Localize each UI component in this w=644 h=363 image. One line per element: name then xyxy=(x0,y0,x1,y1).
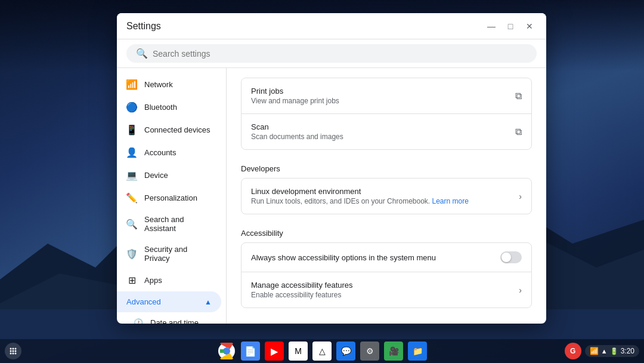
print-jobs-desc: View and manage print jobs xyxy=(251,97,339,105)
sidebar-item-label: Personalization xyxy=(144,193,212,202)
sidebar-item-bluetooth[interactable]: 🔵 Bluetooth xyxy=(117,96,221,118)
chevron-up-icon: ▲ xyxy=(205,298,212,306)
sidebar-item-network[interactable]: 📶 Network xyxy=(117,73,221,96)
taskbar-gmail-icon[interactable]: M xyxy=(289,342,308,361)
taskbar: 📄 ▶ M △ 💬 ⚙ 🎥 📁 G xyxy=(0,339,644,363)
sidebar-item-personalization[interactable]: ✏️ Personalization xyxy=(117,186,221,209)
always-show-accessibility-item[interactable]: Always show accessibility options in the… xyxy=(242,243,531,272)
linux-dev-desc: Run Linux tools, editors, and IDEs on yo… xyxy=(251,197,469,205)
taskbar-chrome-icon[interactable] xyxy=(217,342,236,361)
accessibility-toggle[interactable] xyxy=(500,251,522,263)
external-link-icon: ⧉ xyxy=(515,91,522,101)
reset-section-title: Reset settings xyxy=(241,322,532,324)
sidebar-item-label: Search and Assistant xyxy=(144,215,212,233)
launcher-button[interactable] xyxy=(5,343,21,359)
sidebar-advanced-header[interactable]: Advanced ▲ xyxy=(117,291,221,312)
close-button[interactable]: ✕ xyxy=(522,19,537,33)
linux-dev-item[interactable]: Linux development environment Run Linux … xyxy=(242,179,531,214)
svg-point-19 xyxy=(224,349,229,353)
wifi-icon: 📶 xyxy=(126,79,137,90)
launcher-icon xyxy=(9,347,17,355)
svg-point-14 xyxy=(10,353,12,355)
svg-point-16 xyxy=(15,353,17,355)
sidebar-item-apps[interactable]: ⊞ Apps xyxy=(117,269,221,291)
laptop-icon: 💻 xyxy=(126,170,137,180)
devices-icon: 📱 xyxy=(126,124,137,135)
chevron-right-icon-2: › xyxy=(519,285,522,295)
battery-icon: 🔋 xyxy=(610,347,618,355)
settings-window: Settings — □ ✕ 🔍 📶 Network 🔵 Bluetooth xyxy=(117,13,546,324)
main-content: Print jobs View and manage print jobs ⧉ … xyxy=(227,68,546,324)
sidebar-item-label: Bluetooth xyxy=(144,103,212,112)
taskbar-messages-icon[interactable]: 💬 xyxy=(336,342,355,361)
taskbar-settings-icon[interactable]: ⚙ xyxy=(360,342,379,361)
svg-point-12 xyxy=(13,350,14,352)
search-icon: 🔍 xyxy=(136,48,148,59)
system-tray[interactable]: 📶 ▲ 🔋 3:20 xyxy=(585,345,639,357)
external-link-icon-2: ⧉ xyxy=(515,127,522,137)
sidebar-item-connected-devices[interactable]: 📱 Connected devices xyxy=(117,118,221,141)
grid-icon: ⊞ xyxy=(126,275,137,285)
advanced-label: Advanced xyxy=(126,297,161,306)
sidebar: 📶 Network 🔵 Bluetooth 📱 Connected device… xyxy=(117,68,227,324)
svg-point-11 xyxy=(10,350,12,352)
manage-accessibility-desc: Enable accessibility features xyxy=(251,291,353,299)
wifi-icon-tray: ▲ xyxy=(601,347,608,355)
reset-section: Reset settings Powerwash Remove all user… xyxy=(241,322,532,324)
svg-point-8 xyxy=(10,348,12,350)
svg-point-9 xyxy=(13,348,14,350)
taskbar-meet-icon[interactable]: 🎥 xyxy=(384,342,403,361)
developers-section: Developers Linux development environment… xyxy=(241,164,532,214)
search-bar: 🔍 xyxy=(126,44,537,63)
sidebar-item-date-time[interactable]: 🕐 Date and time xyxy=(117,312,221,324)
developers-section-title: Developers xyxy=(241,164,532,173)
svg-point-10 xyxy=(15,348,17,350)
accessibility-card: Always show accessibility options in the… xyxy=(241,242,532,308)
title-bar: Settings — □ ✕ xyxy=(117,13,546,39)
taskbar-docs-icon[interactable]: 📄 xyxy=(241,342,260,361)
taskbar-youtube-icon[interactable]: ▶ xyxy=(265,342,284,361)
taskbar-drive-icon[interactable]: △ xyxy=(312,342,332,361)
person-icon: 👤 xyxy=(126,147,137,158)
sidebar-item-label: Network xyxy=(144,80,212,89)
developers-card: Linux development environment Run Linux … xyxy=(241,178,532,214)
shield-icon: 🛡️ xyxy=(126,248,137,259)
svg-point-13 xyxy=(15,350,17,352)
maximize-button[interactable]: □ xyxy=(503,19,518,33)
learn-more-link[interactable]: Learn more xyxy=(432,197,469,205)
sidebar-sub-item-label: Date and time xyxy=(150,318,199,324)
manage-accessibility-item[interactable]: Manage accessibility features Enable acc… xyxy=(242,272,531,307)
taskbar-left xyxy=(5,343,21,359)
sidebar-item-search-assistant[interactable]: 🔍 Search and Assistant xyxy=(117,209,221,239)
print-section: Print jobs View and manage print jobs ⧉ … xyxy=(241,78,532,150)
sidebar-item-label: Apps xyxy=(144,276,212,285)
sidebar-item-accounts[interactable]: 👤 Accounts xyxy=(117,141,221,164)
minimize-button[interactable]: — xyxy=(484,19,499,33)
sidebar-item-security-privacy[interactable]: 🛡️ Security and Privacy xyxy=(117,239,221,269)
search-input[interactable] xyxy=(153,49,527,59)
svg-point-15 xyxy=(13,353,14,355)
scan-desc: Scan documents and images xyxy=(251,133,343,141)
network-status-icon: 📶 xyxy=(590,347,599,355)
sidebar-item-label: Connected devices xyxy=(144,125,212,134)
scan-item[interactable]: Scan Scan documents and images ⧉ xyxy=(242,114,531,149)
print-jobs-item[interactable]: Print jobs View and manage print jobs ⧉ xyxy=(242,78,531,114)
avatar[interactable]: G xyxy=(565,343,581,359)
linux-dev-title: Linux development environment xyxy=(251,187,469,196)
settings-body: 📶 Network 🔵 Bluetooth 📱 Connected device… xyxy=(117,68,546,324)
sidebar-item-label: Accounts xyxy=(144,148,212,157)
pencil-icon: ✏️ xyxy=(126,192,137,203)
always-show-title: Always show accessibility options in the… xyxy=(251,253,436,262)
scan-title: Scan xyxy=(251,122,343,131)
sidebar-item-label: Device xyxy=(144,171,212,180)
search-nav-icon: 🔍 xyxy=(126,219,137,229)
taskbar-right: G 📶 ▲ 🔋 3:20 xyxy=(565,343,639,359)
time-display: 3:20 xyxy=(621,347,634,355)
taskbar-center: 📄 ▶ M △ 💬 ⚙ 🎥 📁 xyxy=(217,342,427,361)
print-jobs-title: Print jobs xyxy=(251,87,339,96)
search-container: 🔍 xyxy=(117,39,546,68)
window-controls: — □ ✕ xyxy=(484,19,537,33)
accessibility-section-title: Accessibility xyxy=(241,229,532,238)
sidebar-item-device[interactable]: 💻 Device xyxy=(117,164,221,186)
taskbar-files-icon[interactable]: 📁 xyxy=(408,342,427,361)
